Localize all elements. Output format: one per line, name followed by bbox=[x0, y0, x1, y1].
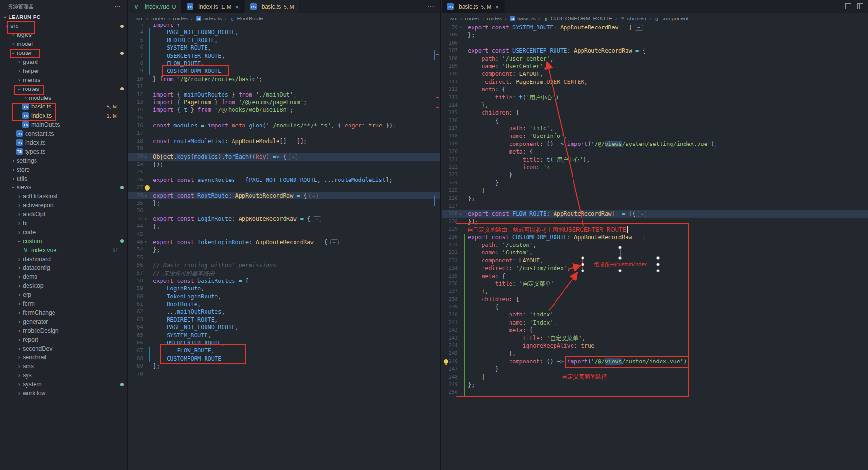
tree-item-sms[interactable]: ›sms bbox=[0, 362, 127, 371]
line-number[interactable]: 122 bbox=[442, 163, 458, 171]
tree-item-helper[interactable]: ›helper bbox=[0, 66, 127, 75]
code-line[interactable]: 109 name: 'UserCenter', bbox=[442, 63, 868, 70]
code-line[interactable]: 238 children: [ bbox=[442, 296, 868, 303]
tree-item-formchange[interactable]: ›formChange bbox=[0, 308, 127, 317]
code-line[interactable]: 36 bbox=[128, 207, 440, 215]
line-number[interactable]: 57 bbox=[128, 270, 143, 277]
breadcrumb-item-src[interactable]: src bbox=[136, 16, 143, 21]
code-line[interactable]: 111 redirect: PageEnum.USER_CENTER, bbox=[442, 78, 868, 86]
line-number[interactable]: 240 bbox=[442, 311, 458, 318]
code-line[interactable]: 54}; bbox=[128, 246, 440, 253]
selection-handle[interactable] bbox=[656, 256, 660, 260]
tree-item-sys[interactable]: ›sys bbox=[0, 371, 127, 380]
tree-item-src[interactable]: ›src bbox=[0, 22, 127, 31]
line-number[interactable]: 28 bbox=[128, 192, 143, 199]
code-line[interactable]: 17 bbox=[128, 129, 440, 137]
breadcrumb-item-router[interactable]: router bbox=[465, 16, 479, 21]
line-number[interactable]: 62 bbox=[128, 308, 143, 316]
line-number[interactable]: 8 bbox=[128, 60, 143, 67]
code-line[interactable]: 11 bbox=[128, 83, 440, 90]
line-number[interactable]: 236 bbox=[442, 280, 458, 288]
line-number[interactable]: 244 bbox=[442, 342, 458, 350]
code-line[interactable]: 56// Basic routing without permissions bbox=[128, 262, 440, 269]
code-line[interactable]: 247 } bbox=[442, 365, 868, 373]
tree-item-modules[interactable]: ›modules bbox=[0, 93, 127, 102]
selection-handle[interactable] bbox=[618, 256, 622, 260]
line-number[interactable]: 229 bbox=[442, 226, 458, 233]
code-line[interactable]: 25 bbox=[128, 168, 440, 176]
tree-item-dashboard[interactable]: ›dashboard bbox=[0, 254, 127, 263]
code-line[interactable]: 19 bbox=[128, 145, 440, 153]
split-editor-icon[interactable] bbox=[845, 3, 851, 9]
selection-handle[interactable] bbox=[581, 263, 584, 266]
folded-code-pill[interactable]: ⋯ bbox=[289, 154, 297, 160]
fold-chevron-icon[interactable]: › bbox=[143, 238, 149, 246]
fold-chevron-icon[interactable]: › bbox=[458, 210, 464, 217]
line-number[interactable]: 27 bbox=[128, 184, 143, 191]
code-line[interactable]: 66 USERCENTER_ROUTE, bbox=[128, 339, 440, 347]
tree-item-activereport[interactable]: ›activereport bbox=[0, 201, 127, 210]
tab-basic-ts[interactable]: TSbasic.ts5, M bbox=[245, 0, 300, 13]
line-number[interactable]: 7 bbox=[128, 52, 143, 60]
line-number[interactable]: 109 bbox=[442, 63, 458, 70]
line-number[interactable]: 56 bbox=[128, 262, 143, 269]
breadcrumb-item-routes[interactable]: routes bbox=[173, 16, 188, 21]
code-line[interactable]: 26export const asyncRoutes = [PAGE_NOT_F… bbox=[128, 176, 440, 184]
line-number[interactable]: 54 bbox=[128, 246, 143, 253]
code-line[interactable]: 68 CUSTOMFORM_ROUTE bbox=[128, 355, 440, 362]
code-line[interactable]: 121 title: t('用户中心'), bbox=[442, 156, 868, 163]
code-line[interactable]: 232 name: 'Custom', bbox=[442, 249, 868, 256]
line-number[interactable]: 111 bbox=[442, 78, 458, 86]
code-line[interactable]: 12import { mainOutRoutes } from './mainO… bbox=[128, 91, 440, 99]
code-line[interactable]: 112 meta: { bbox=[442, 86, 868, 93]
code-line[interactable]: 237 }, bbox=[442, 288, 868, 295]
folded-code-pill[interactable]: ⋯ bbox=[638, 211, 646, 217]
line-number[interactable]: 61 bbox=[128, 300, 143, 308]
line-number[interactable]: 249 bbox=[442, 381, 458, 389]
line-number[interactable]: 76 bbox=[442, 24, 458, 31]
line-number[interactable]: 117 bbox=[442, 125, 458, 132]
line-number[interactable]: 5 bbox=[128, 36, 143, 44]
project-root[interactable]: › LEARUN PC bbox=[0, 12, 127, 22]
line-number[interactable]: 59 bbox=[128, 285, 143, 292]
line-number[interactable]: 24 bbox=[128, 161, 143, 168]
code-line[interactable]: 60 TokenLoginRoute, bbox=[128, 293, 440, 300]
line-number[interactable]: 247 bbox=[442, 365, 458, 373]
line-number[interactable]: 37 bbox=[128, 215, 143, 223]
tree-item-index-ts[interactable]: TSindex.ts bbox=[0, 138, 127, 147]
breadcrumb-item-src[interactable]: src bbox=[450, 16, 457, 21]
code-line[interactable]: 241 name: 'Index', bbox=[442, 319, 868, 326]
tree-item-basic-ts[interactable]: TSbasic.ts5, M bbox=[0, 102, 127, 111]
breadcrumb-item-children[interactable]: ⚙children bbox=[620, 16, 646, 21]
tree-item-generator[interactable]: ›generator bbox=[0, 317, 127, 326]
line-number[interactable]: 124 bbox=[442, 179, 458, 187]
code-line[interactable]: 35}; bbox=[128, 199, 440, 207]
code-line[interactable]: 242 meta: { bbox=[442, 326, 868, 334]
line-number[interactable]: 64 bbox=[128, 324, 143, 331]
line-number[interactable]: 105 bbox=[442, 31, 458, 39]
explorer-more-icon[interactable]: ⋯ bbox=[114, 2, 121, 10]
breadcrumb-item-customform-route[interactable]: {}CUSTOMFORM_ROUTE bbox=[543, 16, 612, 21]
code-line[interactable]: 107export const USERCENTER_ROUTE: AppRou… bbox=[442, 47, 868, 54]
line-number[interactable]: 228 bbox=[442, 218, 458, 226]
line-number[interactable]: 13 bbox=[128, 99, 143, 106]
line-number[interactable]: 127 bbox=[442, 202, 458, 210]
code-line[interactable]: 243 title: '自定义菜单', bbox=[442, 334, 868, 342]
code-line[interactable]: 55 bbox=[128, 254, 440, 262]
line-number[interactable]: 234 bbox=[442, 264, 458, 272]
line-number[interactable]: 110 bbox=[442, 70, 458, 78]
code-line[interactable]: 61 RootRoute, bbox=[128, 300, 440, 308]
tree-item-dataconfig[interactable]: ›dataconfig bbox=[0, 263, 127, 272]
tree-item-report[interactable]: ›report bbox=[0, 335, 127, 344]
code-line[interactable]: 9 CUSTOMFORM_ROUTE bbox=[128, 67, 440, 75]
line-number[interactable]: 112 bbox=[442, 86, 458, 93]
code-line[interactable]: 7 USERCENTER_ROUTE, bbox=[128, 52, 440, 60]
code-line[interactable]: 124 } bbox=[442, 179, 868, 187]
line-number[interactable]: 118 bbox=[442, 132, 458, 140]
line-number[interactable]: 44 bbox=[128, 223, 143, 230]
line-number[interactable]: 121 bbox=[442, 156, 458, 163]
folded-code-pill[interactable]: ⋯ bbox=[635, 25, 643, 31]
line-number[interactable]: 239 bbox=[442, 303, 458, 311]
line-number[interactable]: 232 bbox=[442, 249, 458, 256]
tree-item-menus[interactable]: ›menus bbox=[0, 75, 127, 84]
